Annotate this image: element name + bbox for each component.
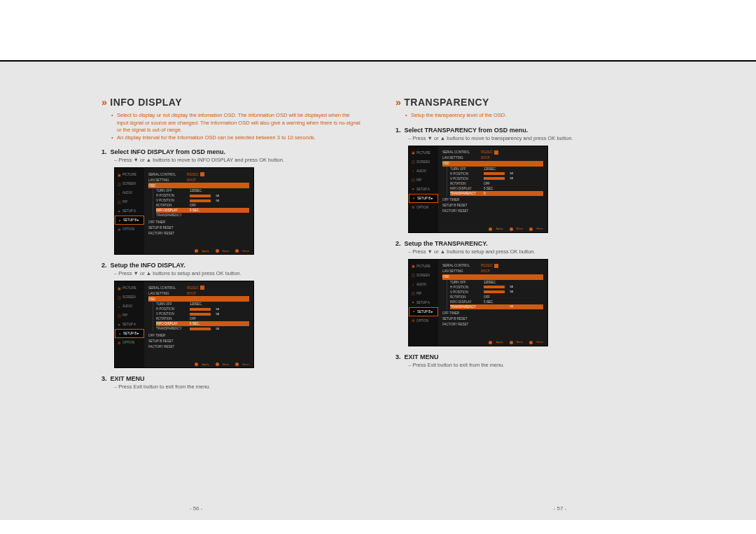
osd-row: ROTATIONOFF bbox=[156, 203, 249, 208]
intro-bullets: Select to display or not display the inf… bbox=[111, 112, 360, 141]
osd-side-screen: ◫SCREEN bbox=[115, 179, 144, 188]
osd-row: H POSITION bbox=[156, 193, 249, 198]
osd-sidebar: ▣PICTURE ◫SCREEN ♪AUDIO ◰PIP ✦SETUP A ✦S… bbox=[115, 168, 144, 254]
osd-footer: Apply Move Enter bbox=[189, 249, 249, 253]
osd-menu-screenshot: ▣PICTURE ◫SCREEN ♪AUDIO ◰PIP ✦SETUP A ✦S… bbox=[408, 259, 548, 346]
intro-bullets: Setup the transparency level of the OSD. bbox=[405, 112, 654, 120]
osd-row: SERIAL CONTROLRS232C bbox=[148, 171, 249, 177]
page-57: »TRANSPARENCY Setup the transparency lev… bbox=[378, 62, 742, 520]
step-2-sub: Press ▼ or ▲ buttons to setup and press … bbox=[114, 270, 360, 276]
step-1-heading: 1. Select INFO DISPLAY from OSD menu. bbox=[102, 148, 360, 155]
step-3-heading: 3. EXIT MENU bbox=[102, 375, 360, 382]
osd-row: LAN SETTINGDHCP bbox=[148, 177, 249, 183]
osd-menu-screenshot: ▣PICTURE ◫SCREEN ♪AUDIO ◰PIP ✦SETUP A ✦S… bbox=[114, 167, 254, 255]
step-3-sub: Press Exit button to exit from the menu. bbox=[408, 362, 654, 368]
bullet-item: An display interval for the information … bbox=[111, 134, 360, 142]
setupa-icon: ✦ bbox=[117, 209, 121, 213]
osd-side-pip: ◰PIP bbox=[115, 197, 144, 206]
step-1-heading: 1. Select TRANSPARENCY from OSD menu. bbox=[396, 127, 654, 134]
osd-side-pip: ◰PIP bbox=[115, 311, 144, 320]
osd-side-picture: ▣PICTURE bbox=[115, 283, 144, 293]
osd-side-screen: ◫SCREEN bbox=[115, 293, 144, 302]
osd-side-setupb: ✦SETUP B ▸ bbox=[115, 329, 144, 338]
title-text: INFO DISPLAY bbox=[110, 97, 182, 108]
osd-side-audio: ♪AUDIO bbox=[115, 188, 144, 197]
osd-row-osd: OSD bbox=[148, 183, 249, 188]
step-2-heading: 2. Setup the TRANSPARENCY. bbox=[396, 240, 654, 247]
osd-subgroup: TURN OFF120SEC. H POSITION V POSITION RO… bbox=[153, 188, 249, 218]
osd-menu-screenshot: ▣PICTURE ◫SCREEN ♪AUDIO ◰PIP ✦SETUP A ✦S… bbox=[408, 146, 548, 233]
osd-row: TURN OFF120SEC. bbox=[156, 188, 249, 193]
chevron-icon: » bbox=[102, 97, 107, 108]
osd-row: TRANSPARENCY bbox=[156, 213, 249, 218]
osd-main: SERIAL CONTROLRS232C LAN SETTINGDHCP OSD… bbox=[144, 168, 253, 254]
osd-menu-screenshot: ▣PICTURE ◫SCREEN ♪AUDIO ◰PIP ✦SETUP A ✦S… bbox=[114, 281, 254, 368]
osd-side-setupa: ✦SETUP A bbox=[115, 206, 144, 216]
osd-side-option: ⚙OPTION bbox=[115, 225, 144, 234]
osd-row: FACTORY RESET bbox=[148, 230, 249, 236]
step-3-heading: 3. EXIT MENU bbox=[396, 353, 654, 360]
page-number: - 57 - bbox=[378, 505, 742, 512]
osd-row: SETUP B RESET bbox=[148, 225, 249, 230]
osd-side-option: ⚙OPTION bbox=[115, 338, 144, 347]
option-icon: ⚙ bbox=[117, 227, 121, 232]
page-56: »INFO DISPLAY Select to display or not d… bbox=[14, 62, 378, 520]
page-spread: »INFO DISPLAY Select to display or not d… bbox=[0, 62, 756, 520]
title-text: TRANSPARENCY bbox=[404, 97, 489, 108]
osd-row-infodisplay: INFO DISPLAY5 SEC. bbox=[156, 208, 249, 213]
screen-icon: ◫ bbox=[117, 182, 121, 186]
osd-row: OFF TIMER bbox=[148, 219, 249, 225]
step-2-sub: Press ▼ or ▲ buttons to setup and press … bbox=[408, 248, 654, 255]
page-number: - 56 - bbox=[14, 505, 378, 512]
audio-icon: ♪ bbox=[117, 191, 121, 195]
top-margin bbox=[0, 0, 756, 62]
osd-side-audio: ♪AUDIO bbox=[115, 302, 144, 311]
chevron-icon: » bbox=[396, 97, 401, 108]
osd-main: SERIAL CONTROLRS232C LAN SETTINGDHCP OSD… bbox=[144, 281, 253, 367]
osd-side-setupb: ✦SETUP B ▸ bbox=[115, 216, 144, 225]
step-1-sub: Press ▼ or ▲ buttons to move to transpar… bbox=[408, 135, 654, 141]
setupb-icon: ✦ bbox=[118, 218, 122, 223]
step-3-sub: Press Exit button to exit from the menu. bbox=[114, 384, 360, 390]
osd-row: V POSITION bbox=[156, 198, 249, 203]
osd-sidebar: ▣PICTURE ◫SCREEN ♪AUDIO ◰PIP ✦SETUP A ✦S… bbox=[115, 281, 144, 367]
step-2-heading: 2. Setup the INFO DISPLAY. bbox=[102, 262, 360, 269]
picture-icon: ▣ bbox=[117, 173, 121, 177]
bullet-item: Select to display or not display the inf… bbox=[111, 112, 360, 134]
pip-icon: ◰ bbox=[117, 200, 121, 204]
osd-side-setupa: ✦SETUP A bbox=[115, 320, 144, 329]
bullet-item: Setup the transparency level of the OSD. bbox=[405, 112, 654, 120]
osd-side-picture: ▣PICTURE bbox=[115, 170, 144, 179]
step-1-sub: Press ▼ or ▲ buttons to move to INFO DIS… bbox=[114, 157, 360, 163]
section-title-transparency: »TRANSPARENCY bbox=[396, 97, 654, 108]
section-title-info-display: »INFO DISPLAY bbox=[102, 97, 360, 108]
